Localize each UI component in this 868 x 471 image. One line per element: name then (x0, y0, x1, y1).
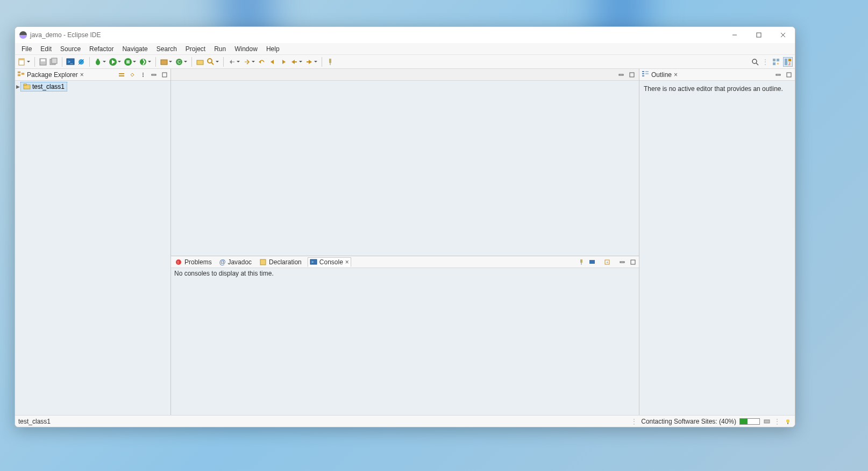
menu-window[interactable]: Window (230, 44, 262, 54)
outline-title: Outline (651, 71, 672, 79)
tab-javadoc[interactable]: @ Javadoc (218, 258, 253, 266)
run-button[interactable] (108, 57, 118, 67)
progress-view-button[interactable] (763, 418, 771, 425)
debug-button[interactable] (93, 57, 103, 67)
svg-rect-76 (645, 71, 649, 72)
menu-file[interactable]: File (17, 44, 36, 54)
svg-rect-9 (52, 58, 57, 64)
annotation-nav-button[interactable] (227, 57, 237, 67)
tip-button[interactable] (784, 418, 792, 425)
svg-rect-66 (580, 259, 582, 263)
tab-declaration[interactable]: Declaration (258, 258, 303, 266)
outline-close[interactable]: × (674, 71, 678, 79)
forward-history-button[interactable] (304, 57, 314, 67)
maximize-button[interactable] (746, 27, 771, 43)
workspace: Package Explorer × ▶ test_class1 (15, 69, 795, 415)
last-edit-button[interactable] (257, 57, 267, 67)
save-all-button[interactable] (49, 57, 59, 67)
back-step-button[interactable] (268, 57, 278, 67)
svg-point-81 (786, 419, 789, 423)
save-button[interactable] (38, 57, 48, 67)
menu-search[interactable]: Search (152, 44, 181, 54)
new-package-button[interactable] (159, 57, 169, 67)
coverage-button[interactable] (123, 57, 133, 67)
collapse-all-button[interactable] (118, 71, 125, 79)
package-explorer-close[interactable]: × (80, 71, 84, 79)
console-minimize-button[interactable] (618, 258, 626, 266)
editor-minimize-button[interactable] (617, 71, 625, 79)
status-progress-text: Contacting Software Sites: (40%) (641, 418, 736, 425)
menu-project[interactable]: Project (181, 44, 210, 54)
link-editor-button[interactable] (129, 71, 136, 79)
back-history-button[interactable] (289, 57, 299, 67)
outline-maximize-button[interactable] (785, 71, 793, 79)
svg-marker-34 (309, 60, 312, 64)
status-separator-2: ⋮ (774, 418, 781, 425)
maximize-view-button[interactable] (161, 71, 168, 79)
run-last-button[interactable] (138, 57, 148, 67)
skip-breakpoints-button[interactable] (76, 57, 86, 67)
problems-icon: ! (175, 258, 182, 266)
tree-item-label: test_class1 (32, 83, 65, 90)
svg-rect-77 (645, 73, 649, 74)
menubar: File Edit Source Refactor Navigate Searc… (15, 43, 795, 55)
console-icon: > (310, 258, 317, 266)
outline-view: Outline × There is no active editor that… (639, 69, 795, 415)
tree-expand-arrow[interactable]: ▶ (16, 84, 20, 89)
menu-run[interactable]: Run (210, 44, 230, 54)
menu-edit[interactable]: Edit (36, 44, 56, 54)
open-console-button[interactable]: + (603, 258, 611, 266)
svg-marker-31 (282, 60, 286, 64)
minimize-button[interactable] (722, 27, 746, 43)
console-maximize-button[interactable] (629, 258, 637, 266)
svg-rect-40 (773, 59, 775, 61)
svg-text:+: + (777, 61, 779, 66)
tree-item-test-class1[interactable]: test_class1 (20, 82, 67, 92)
tab-problems[interactable]: ! Problems (173, 258, 214, 266)
svg-rect-48 (18, 74, 20, 76)
outline-minimize-button[interactable] (774, 71, 782, 79)
svg-rect-75 (642, 75, 644, 76)
svg-point-15 (97, 59, 99, 61)
new-class-button[interactable]: C (174, 57, 184, 67)
svg-rect-21 (161, 60, 167, 65)
tab-console-close[interactable]: × (345, 258, 349, 266)
svg-marker-32 (291, 60, 295, 64)
display-console-button[interactable] (588, 258, 596, 266)
search-button[interactable] (206, 57, 216, 67)
pin-console-button[interactable] (578, 258, 585, 266)
editor-maximize-button[interactable] (628, 71, 636, 79)
pin-editor-button[interactable] (325, 57, 335, 67)
editor-empty-area (171, 81, 639, 256)
minimize-view-button[interactable] (150, 71, 158, 79)
svg-rect-58 (24, 84, 26, 86)
svg-point-54 (143, 76, 144, 77)
svg-rect-51 (119, 75, 124, 76)
tab-console[interactable]: > Console × (308, 257, 351, 267)
tab-console-label: Console (319, 258, 343, 266)
terminal-button[interactable]: >_ (66, 57, 75, 67)
svg-point-38 (752, 59, 757, 64)
java-perspective-button[interactable]: J (783, 57, 793, 67)
svg-rect-36 (329, 59, 331, 63)
close-button[interactable] (771, 27, 795, 43)
open-type-button[interactable] (195, 57, 205, 67)
quick-access-button[interactable] (750, 57, 760, 67)
svg-text:C: C (177, 59, 181, 65)
forward-step-button[interactable] (279, 57, 288, 67)
menu-source[interactable]: Source (56, 44, 85, 54)
svg-text:+: + (606, 260, 609, 265)
menu-help[interactable]: Help (262, 44, 284, 54)
svg-point-52 (143, 73, 144, 74)
svg-rect-55 (152, 74, 156, 75)
svg-rect-45 (788, 59, 791, 61)
status-separator: ⋮ (631, 418, 638, 425)
window-title: java_demo - Eclipse IDE (30, 31, 101, 39)
menu-refactor[interactable]: Refactor (85, 44, 118, 54)
view-menu-button[interactable] (139, 71, 147, 79)
next-annotation-button[interactable] (242, 57, 252, 67)
svg-rect-80 (764, 420, 770, 423)
open-perspective-button[interactable]: + (771, 57, 781, 67)
menu-navigate[interactable]: Navigate (118, 44, 152, 54)
new-button[interactable] (17, 57, 27, 67)
